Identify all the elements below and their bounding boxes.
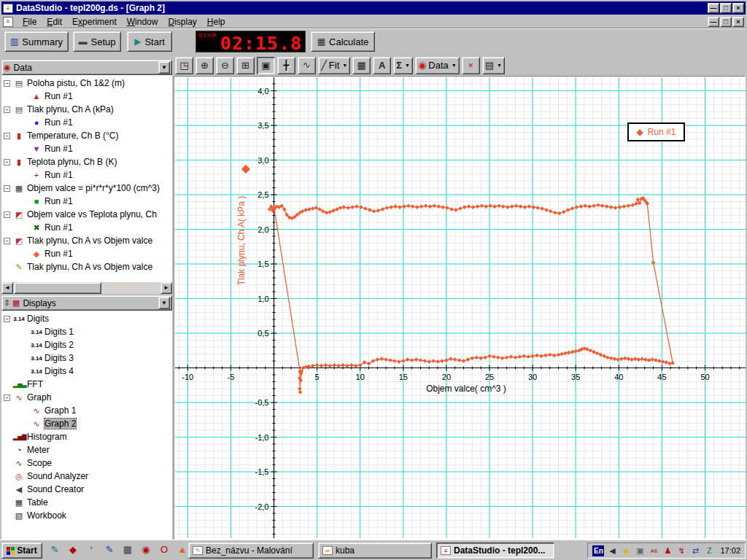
collapse-icon[interactable]: − bbox=[4, 185, 10, 192]
run-item[interactable]: ▲Run #1 bbox=[4, 90, 172, 103]
calculate-button[interactable]: ▦ Calculate bbox=[311, 31, 375, 52]
zoom-out-button[interactable]: ⊖ bbox=[216, 57, 234, 74]
display-item-digits-3[interactable]: 3.14Digits 3 bbox=[4, 351, 172, 365]
display-item-graph-2[interactable]: ∿Graph 2 bbox=[4, 417, 172, 430]
plot-area[interactable]: -10-55101520253035404550-2,0-1,5-1,0-0,5… bbox=[174, 76, 746, 540]
task-button-datastudio[interactable]: ≡DataStudio - tepl200... bbox=[436, 542, 554, 559]
sync-icon[interactable]: ⇄ bbox=[689, 545, 701, 556]
restore-button[interactable]: □ bbox=[720, 3, 732, 13]
data-item[interactable]: −▤Tlak plynu, Ch A (kPa) bbox=[4, 103, 172, 116]
pen-tray-icon[interactable]: ◆ bbox=[620, 545, 632, 556]
collapse-icon[interactable]: − bbox=[4, 238, 10, 244]
collapse-icon[interactable]: − bbox=[4, 211, 10, 218]
data-dropdown-icon[interactable]: ▼ bbox=[158, 61, 170, 74]
show-desktop-icon[interactable]: ✎ bbox=[48, 543, 61, 556]
power-icon[interactable]: ↯ bbox=[676, 545, 687, 556]
display-item-sound-creator[interactable]: ◀Sound Creator bbox=[4, 483, 172, 496]
chart-canvas[interactable]: -10-55101520253035404550-2,0-1,5-1,0-0,5… bbox=[175, 77, 746, 538]
scale-to-fit-button[interactable]: ◳ bbox=[175, 57, 193, 74]
data-item[interactable]: ✎Tlak plynu, Ch A vs Objem valce bbox=[4, 260, 172, 273]
scroll-left-icon[interactable]: ◄ bbox=[1, 282, 13, 294]
display-item-fft[interactable]: ▂▅▃FFT bbox=[4, 378, 172, 391]
legend-box[interactable]: ◆ Run #1 bbox=[627, 122, 685, 141]
child-window-icon[interactable]: ≡ bbox=[3, 17, 13, 27]
run-item[interactable]: ■Run #1 bbox=[4, 195, 172, 208]
menu-experiment[interactable]: Experiment bbox=[67, 15, 122, 28]
data-item[interactable]: −▮Teplota plynu, Ch B (K) bbox=[4, 155, 172, 168]
display-item-table[interactable]: ▦Table bbox=[4, 496, 172, 509]
data-item[interactable]: −▮Temperature, Ch B (°C) bbox=[4, 129, 172, 142]
dropdown-arrow-icon[interactable]: ▼ bbox=[496, 63, 502, 68]
child-minimize-button[interactable]: — bbox=[708, 17, 719, 27]
agent-icon[interactable]: ♟ bbox=[662, 545, 673, 556]
delete-button[interactable]: × bbox=[462, 57, 480, 74]
close-button[interactable]: × bbox=[732, 3, 744, 13]
zpencil-icon[interactable]: Z bbox=[703, 545, 715, 556]
display-item-graph[interactable]: −∿Graph bbox=[4, 391, 172, 404]
display-item-meter[interactable]: ◔Meter bbox=[4, 443, 172, 456]
minimize-button[interactable]: — bbox=[708, 3, 719, 13]
run-item[interactable]: +Run #1 bbox=[4, 168, 172, 182]
dove-icon[interactable]: ❛ bbox=[85, 543, 98, 556]
menu-file[interactable]: File bbox=[18, 15, 42, 28]
display-item-graph-1[interactable]: ∿Graph 1 bbox=[4, 404, 172, 417]
fit-menu-button[interactable]: ╱Fit▼ bbox=[318, 57, 350, 74]
display-item-digits[interactable]: −3.14Digits bbox=[4, 312, 172, 325]
child-restore-button[interactable]: □ bbox=[720, 17, 732, 27]
scheduler-icon[interactable]: ▣ bbox=[634, 545, 646, 556]
scrollbar-thumb[interactable] bbox=[14, 282, 101, 294]
display-item-workbook[interactable]: ▧Workbook bbox=[4, 509, 172, 522]
child-close-button[interactable]: × bbox=[732, 17, 744, 27]
start-menu-button[interactable]: Start bbox=[1, 542, 42, 559]
display-item-digits-2[interactable]: 3.14Digits 2 bbox=[4, 338, 172, 351]
statistics-button[interactable]: Σ▼ bbox=[393, 57, 413, 74]
run-item[interactable]: ▼Run #1 bbox=[4, 142, 172, 155]
volume-icon[interactable]: ◀ bbox=[606, 545, 618, 556]
pen-icon[interactable]: ✎ bbox=[103, 543, 116, 556]
dropdown-arrow-icon[interactable]: ▼ bbox=[341, 63, 347, 68]
acrobat-icon[interactable]: ◆ bbox=[66, 543, 80, 556]
axis-lock-button[interactable]: ▣ bbox=[257, 57, 275, 74]
display-item-histogram[interactable]: ▂▅▇Histogram bbox=[4, 430, 172, 443]
ati-icon[interactable]: Ati bbox=[648, 545, 659, 556]
data-item[interactable]: −◩Objem valce vs Teplota plynu, Ch bbox=[4, 208, 172, 221]
title-bar[interactable]: ≡ DataStudio - tepl200g.ds - [Graph 2] —… bbox=[1, 1, 746, 15]
display-item-sound-analyzer[interactable]: ◎Sound Analyzer bbox=[4, 470, 172, 483]
data-menu-button[interactable]: ◉Data▼ bbox=[415, 57, 460, 74]
collapse-icon[interactable]: − bbox=[4, 106, 10, 113]
summary-button[interactable]: ▥ Summary bbox=[4, 31, 69, 52]
collapse-icon[interactable]: − bbox=[4, 394, 10, 401]
zoom-in-button[interactable]: ⊕ bbox=[196, 57, 214, 74]
splitter-grip-icon[interactable]: ⇕ bbox=[4, 298, 12, 308]
scroll-right-icon[interactable]: ► bbox=[160, 282, 172, 294]
menu-help[interactable]: Help bbox=[202, 15, 231, 28]
datastudio-app-icon[interactable]: ≡ bbox=[3, 4, 13, 13]
dropdown-arrow-icon[interactable]: ▼ bbox=[451, 63, 457, 68]
displays-dropdown-icon[interactable]: ▼ bbox=[158, 297, 170, 309]
calculate-tool-button[interactable]: ▦ bbox=[352, 57, 371, 74]
start-button[interactable]: ▶ Start bbox=[127, 31, 172, 52]
dropdown-arrow-icon[interactable]: ▼ bbox=[404, 63, 410, 68]
text-tool-button[interactable]: A bbox=[373, 57, 391, 74]
dragon-icon[interactable]: ◉ bbox=[139, 543, 152, 556]
setup-button[interactable]: ▬ Setup bbox=[73, 31, 121, 52]
task-button-folder[interactable]: ▰kuba bbox=[318, 542, 432, 559]
flame-icon[interactable]: ▲ bbox=[176, 543, 189, 556]
display-item-digits-4[interactable]: 3.14Digits 4 bbox=[4, 365, 172, 378]
data-item[interactable]: −▦Objem valce = pi*r*r*y*100 (cm^3) bbox=[4, 182, 172, 195]
task-button-paint[interactable]: ✎Bez_názvu - Malování bbox=[188, 542, 314, 559]
opera-icon[interactable]: O bbox=[158, 543, 171, 556]
data-item[interactable]: −◩Tlak plynu, Ch A vs Objem valce bbox=[4, 234, 172, 247]
run-item[interactable]: ◆Run #1 bbox=[4, 247, 172, 260]
data-tree-hscrollbar[interactable]: ◄ ► bbox=[1, 282, 172, 294]
display-item-scope[interactable]: ∿Scope bbox=[4, 456, 172, 470]
collapse-icon[interactable]: − bbox=[4, 316, 10, 322]
run-item[interactable]: ●Run #1 bbox=[4, 116, 172, 129]
language-indicator[interactable]: En bbox=[592, 545, 604, 556]
calculator-icon[interactable]: ▦ bbox=[121, 543, 134, 556]
collapse-icon[interactable]: − bbox=[4, 133, 10, 139]
graph-settings-button[interactable]: ▤▼ bbox=[482, 57, 505, 74]
collapse-icon[interactable]: − bbox=[4, 80, 10, 87]
menu-display[interactable]: Display bbox=[163, 15, 201, 28]
menu-edit[interactable]: Edit bbox=[42, 15, 67, 28]
